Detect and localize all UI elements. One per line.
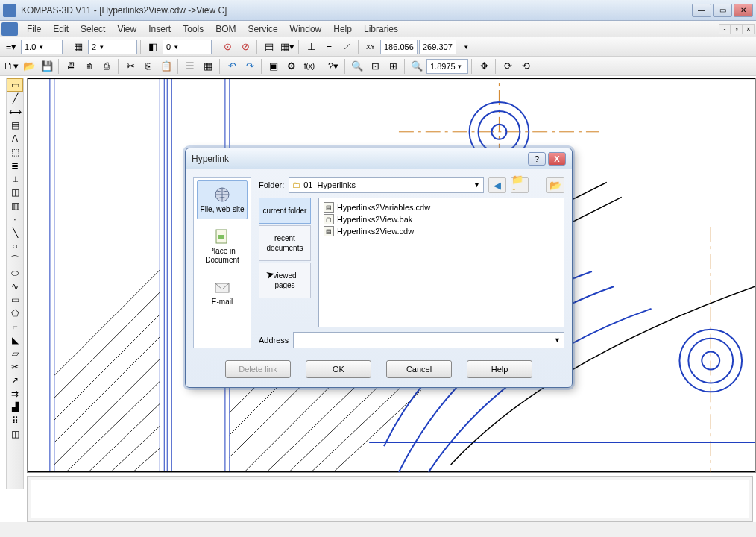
- menu-service[interactable]: Service: [242, 22, 284, 36]
- tool-mirror-icon[interactable]: ▟: [7, 401, 23, 414]
- tool-point-icon[interactable]: ·: [7, 213, 23, 226]
- menu-insert[interactable]: Insert: [142, 22, 177, 36]
- address-combo[interactable]: ▼: [293, 332, 564, 348]
- link-type-file-website[interactable]: File, web-site: [197, 180, 248, 219]
- style-dropdown-icon[interactable]: ≡▾: [3, 39, 19, 55]
- mdi-restore-button[interactable]: ▫: [731, 24, 743, 34]
- zoom-prev-icon[interactable]: 🔍: [409, 58, 425, 75]
- menu-edit[interactable]: Edit: [47, 22, 75, 36]
- open-icon[interactable]: 📂: [21, 58, 37, 75]
- new-icon[interactable]: 🗋▾: [3, 58, 19, 75]
- refresh-icon[interactable]: ⟳: [500, 58, 516, 75]
- mdi-minimize-button[interactable]: -: [719, 24, 731, 34]
- table-icon[interactable]: ▦: [200, 58, 216, 75]
- dialog-help-button[interactable]: ?: [528, 152, 546, 166]
- library-icon[interactable]: ⚙: [283, 58, 300, 75]
- magnet-off-icon[interactable]: ⊘: [237, 39, 253, 55]
- file-item[interactable]: ▤ Hyperlinks2View.cdw: [322, 225, 561, 237]
- regen-icon[interactable]: ⟲: [517, 58, 534, 75]
- ok-button[interactable]: OK: [306, 360, 371, 378]
- snap-tan-icon[interactable]: ⟋: [338, 39, 355, 55]
- tool-trim-icon[interactable]: ✂: [7, 360, 23, 374]
- tool-hatch-icon[interactable]: ▤: [7, 119, 23, 132]
- link-type-place-document[interactable]: Place in Document: [197, 222, 248, 270]
- manager-icon[interactable]: ▣: [265, 58, 282, 75]
- tool-ellipse-icon[interactable]: ⬭: [7, 266, 23, 280]
- folder-open-button[interactable]: 📂: [546, 177, 564, 193]
- undo-icon[interactable]: ↶: [224, 58, 240, 75]
- tool-circle-icon[interactable]: ○: [7, 239, 23, 253]
- magnet-on-icon[interactable]: ⊙: [219, 39, 236, 55]
- layer-icon[interactable]: ▦: [70, 39, 86, 55]
- tool-offset-icon[interactable]: ⇉: [7, 387, 23, 401]
- tab-viewed-pages[interactable]: viewed pages: [259, 263, 311, 298]
- redo-icon[interactable]: ↷: [242, 58, 258, 75]
- layer-combo[interactable]: 2▾: [88, 40, 137, 54]
- help-context-icon[interactable]: ?▾: [325, 58, 341, 75]
- tool-dim-icon[interactable]: ⟷: [7, 105, 23, 119]
- tool-arc-icon[interactable]: ⌒: [7, 253, 23, 266]
- tool-extend-icon[interactable]: ↗: [7, 374, 23, 387]
- file-item[interactable]: ▢ Hyperlinks2View.bak: [322, 213, 561, 225]
- preview-icon[interactable]: 🗎: [81, 58, 97, 75]
- tool-select-icon[interactable]: ▭: [7, 78, 23, 92]
- color-combo[interactable]: 0▾: [163, 40, 212, 54]
- folder-up-button[interactable]: 📁↑: [511, 177, 529, 193]
- menu-libraries[interactable]: Libraries: [358, 22, 404, 36]
- zoom-combo[interactable]: 1.8975▾: [426, 59, 468, 74]
- menu-file[interactable]: File: [21, 22, 47, 36]
- tool-measure-icon[interactable]: ⟂: [7, 172, 23, 186]
- delete-link-button[interactable]: Delete link: [225, 360, 291, 378]
- tool-array-icon[interactable]: ⠿: [7, 414, 23, 427]
- tool-rect-icon[interactable]: ▭: [7, 293, 23, 307]
- xy-icon[interactable]: XY: [362, 39, 379, 55]
- tool-copy-icon[interactable]: ⏥: [7, 347, 23, 360]
- plot-icon[interactable]: ⎙: [98, 58, 115, 75]
- color-icon[interactable]: ◧: [145, 39, 161, 55]
- menu-bom[interactable]: BOM: [210, 22, 242, 36]
- tool-group-icon[interactable]: ◫: [7, 427, 23, 441]
- zoom-in-icon[interactable]: 🔍: [349, 58, 365, 75]
- coord-y-field[interactable]: 269.307: [419, 40, 456, 54]
- dialog-close-button[interactable]: X: [548, 152, 566, 166]
- menu-select[interactable]: Select: [75, 22, 111, 36]
- grid-toggle-icon[interactable]: ▤: [261, 39, 277, 55]
- tool-library-icon[interactable]: ◫: [7, 186, 23, 199]
- properties-icon[interactable]: ☰: [182, 58, 198, 75]
- copy-icon[interactable]: ⎘: [140, 58, 157, 75]
- tool-chamfer-icon[interactable]: ◣: [7, 333, 23, 347]
- tool-spline-icon[interactable]: ∿: [7, 280, 23, 293]
- menu-window[interactable]: Window: [284, 22, 328, 36]
- snap-perp-icon[interactable]: ⌐: [321, 39, 337, 55]
- tool-spec-icon[interactable]: ▥: [7, 199, 23, 213]
- zoom-window-icon[interactable]: ⊡: [367, 58, 383, 75]
- menu-view[interactable]: View: [111, 22, 142, 36]
- link-type-email[interactable]: E-mail: [197, 273, 248, 312]
- ortho-icon[interactable]: ⊥: [303, 39, 319, 55]
- folder-combo[interactable]: 🗀 01_Hyperlinks ▼: [289, 177, 484, 193]
- cut-icon[interactable]: ✂: [122, 58, 139, 75]
- menu-help[interactable]: Help: [327, 22, 358, 36]
- pan-icon[interactable]: ✥: [476, 58, 492, 75]
- tab-recent-documents[interactable]: recent documents: [259, 225, 311, 261]
- coord-lock-icon[interactable]: ▾: [458, 39, 474, 55]
- save-icon[interactable]: 💾: [39, 58, 55, 75]
- zoom-extents-icon[interactable]: ⊞: [385, 58, 401, 75]
- file-item[interactable]: ▤ Hyperlinks2Variables.cdw: [322, 201, 561, 213]
- command-line[interactable]: [31, 480, 749, 518]
- tab-current-folder[interactable]: current folder: [259, 198, 311, 224]
- tool-line-icon[interactable]: ╱: [7, 92, 23, 105]
- print-icon[interactable]: 🖶: [63, 58, 79, 75]
- file-list[interactable]: ▤ Hyperlinks2Variables.cdw ▢ Hyperlinks2…: [318, 198, 564, 327]
- tool-fillet-icon[interactable]: ⌐: [7, 320, 23, 333]
- tool-param-icon[interactable]: ≣: [7, 159, 23, 172]
- folder-back-button[interactable]: ◀: [488, 177, 506, 193]
- tool-text-icon[interactable]: A: [7, 132, 23, 145]
- fx-icon[interactable]: f(x): [301, 58, 318, 75]
- dialog-titlebar[interactable]: Hyperlink ? X: [186, 148, 572, 169]
- paste-icon[interactable]: 📋: [158, 58, 174, 75]
- close-button[interactable]: ✕: [734, 4, 753, 17]
- grid-options-icon[interactable]: ▦▾: [279, 39, 295, 55]
- cancel-button[interactable]: Cancel: [386, 360, 452, 378]
- tool-segment-icon[interactable]: ╲: [7, 226, 23, 239]
